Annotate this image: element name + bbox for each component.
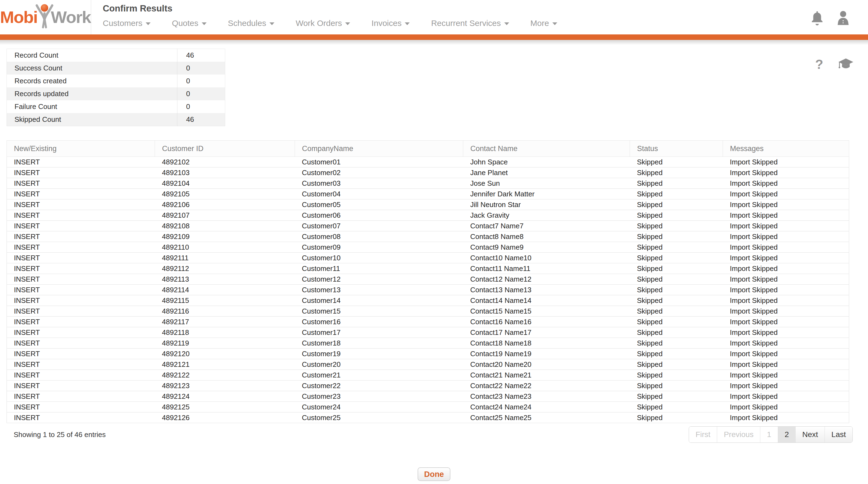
table-cell: Customer25 (295, 413, 463, 423)
table-cell: 4892124 (155, 391, 295, 402)
table-cell: Skipped (630, 413, 723, 423)
table-cell: Customer13 (295, 285, 463, 295)
summary-value: 46 (177, 113, 225, 126)
results-header-row: New/ExistingCustomer IDCompanyNameContac… (7, 141, 849, 157)
table-row: INSERT4892108Customer07Contact7 Name7Ski… (7, 221, 849, 231)
accent-bar-shadow (0, 40, 868, 46)
table-cell: INSERT (7, 167, 155, 178)
table-cell: 4892121 (155, 359, 295, 370)
table-row: INSERT4892119Customer18Contact18 Name18S… (7, 338, 849, 349)
table-cell: Skipped (630, 338, 723, 349)
table-cell: 4892126 (155, 413, 295, 423)
table-cell: INSERT (7, 349, 155, 359)
table-cell: Import Skipped (723, 189, 849, 199)
table-cell: Contact21 Name21 (463, 370, 630, 381)
nav-item-label: Quotes (172, 19, 198, 28)
table-cell: Customer19 (295, 349, 463, 359)
page-next-button[interactable]: Next (795, 427, 825, 443)
nav-item-recurrent-services[interactable]: Recurrent Services (431, 19, 509, 28)
nav-item-label: Invoices (371, 19, 401, 28)
done-button[interactable]: Done (417, 467, 451, 481)
summary-label: Skipped Count (7, 113, 177, 126)
summary-row-failure-count: Failure Count0 (7, 100, 225, 113)
table-cell: 4892118 (155, 327, 295, 338)
table-cell: INSERT (7, 381, 155, 391)
table-cell: Customer16 (295, 317, 463, 327)
table-cell: Contact16 Name16 (463, 317, 630, 327)
table-cell: Customer04 (295, 189, 463, 199)
table-cell: Customer17 (295, 327, 463, 338)
nav-item-schedules[interactable]: Schedules (228, 19, 274, 28)
table-cell: Import Skipped (723, 317, 849, 327)
summary-row-success-count: Success Count0 (7, 62, 225, 74)
table-cell: Customer09 (295, 242, 463, 253)
main-nav: CustomersQuotesSchedulesWork OrdersInvoi… (103, 19, 868, 28)
table-cell: Skipped (630, 317, 723, 327)
page-last-button[interactable]: Last (825, 427, 852, 443)
table-row: INSERT4892124Customer23Contact23 Name23S… (7, 391, 849, 402)
table-cell: Skipped (630, 306, 723, 317)
nav-item-quotes[interactable]: Quotes (172, 19, 207, 28)
summary-label: Failure Count (7, 100, 177, 113)
table-cell: INSERT (7, 199, 155, 210)
nav-item-customers[interactable]: Customers (103, 19, 151, 28)
table-row: INSERT4892112Customer11Contact11 Name11S… (7, 263, 849, 274)
help-icon[interactable]: ? (815, 58, 823, 71)
nav-item-invoices[interactable]: Invoices (371, 19, 410, 28)
table-cell: INSERT (7, 231, 155, 242)
table-cell: Contact15 Name15 (463, 306, 630, 317)
nav-item-more[interactable]: More (530, 19, 557, 28)
nav-item-work-orders[interactable]: Work Orders (296, 19, 350, 28)
table-cell: Customer06 (295, 210, 463, 221)
summary-value: 0 (177, 62, 225, 74)
nav-item-label: Customers (103, 19, 143, 28)
table-cell: INSERT (7, 210, 155, 221)
table-cell: Customer02 (295, 167, 463, 178)
table-cell: 4892116 (155, 306, 295, 317)
table-cell: Import Skipped (723, 295, 849, 306)
summary-value: 0 (177, 100, 225, 113)
table-cell: 4892123 (155, 381, 295, 391)
table-cell: Skipped (630, 370, 723, 381)
table-cell: Skipped (630, 359, 723, 370)
table-row: INSERT4892110Customer09Contact9 Name9Ski… (7, 242, 849, 253)
page-2-button[interactable]: 2 (778, 427, 796, 443)
table-cell: Skipped (630, 253, 723, 263)
table-cell: Import Skipped (723, 413, 849, 423)
table-cell: INSERT (7, 285, 155, 295)
table-cell: Contact18 Name18 (463, 338, 630, 349)
table-cell: Import Skipped (723, 285, 849, 295)
table-row: INSERT4892109Customer08Contact8 Name8Ski… (7, 231, 849, 242)
summary-label: Records updated (7, 88, 177, 100)
chevron-down-icon (146, 22, 151, 25)
table-cell: Import Skipped (723, 391, 849, 402)
chevron-down-icon (345, 22, 350, 25)
table-cell: Jack Gravity (463, 210, 630, 221)
summary-value: 0 (177, 88, 225, 100)
nav-item-label: Work Orders (296, 19, 342, 28)
table-row: INSERT4892118Customer17Contact17 Name17S… (7, 327, 849, 338)
table-cell: 4892114 (155, 285, 295, 295)
tutorial-icon[interactable] (838, 58, 854, 71)
page-first-button[interactable]: First (689, 427, 717, 443)
table-row: INSERT4892114Customer13Contact13 Name13S… (7, 285, 849, 295)
table-cell: 4892119 (155, 338, 295, 349)
table-cell: 4892111 (155, 253, 295, 263)
table-cell: INSERT (7, 317, 155, 327)
table-cell: Import Skipped (723, 274, 849, 285)
table-cell: Customer12 (295, 274, 463, 285)
bell-icon[interactable] (810, 10, 824, 26)
accent-bar (0, 34, 868, 40)
pagination: FirstPrevious12NextLast (689, 426, 853, 443)
table-cell: Import Skipped (723, 306, 849, 317)
mobiwork-logo[interactable]: Mobi Work (0, 0, 91, 34)
table-cell: INSERT (7, 402, 155, 413)
table-row: INSERT4892121Customer20Contact20 Name20S… (7, 359, 849, 370)
user-icon[interactable] (836, 10, 850, 26)
chevron-down-icon (270, 22, 274, 25)
page-1-button[interactable]: 1 (760, 427, 778, 443)
page-previous-button[interactable]: Previous (717, 427, 760, 443)
logo-text-mobi: Mobi (0, 9, 37, 26)
table-cell: 4892117 (155, 317, 295, 327)
table-row: INSERT4892102Customer01John SpaceSkipped… (7, 157, 849, 167)
